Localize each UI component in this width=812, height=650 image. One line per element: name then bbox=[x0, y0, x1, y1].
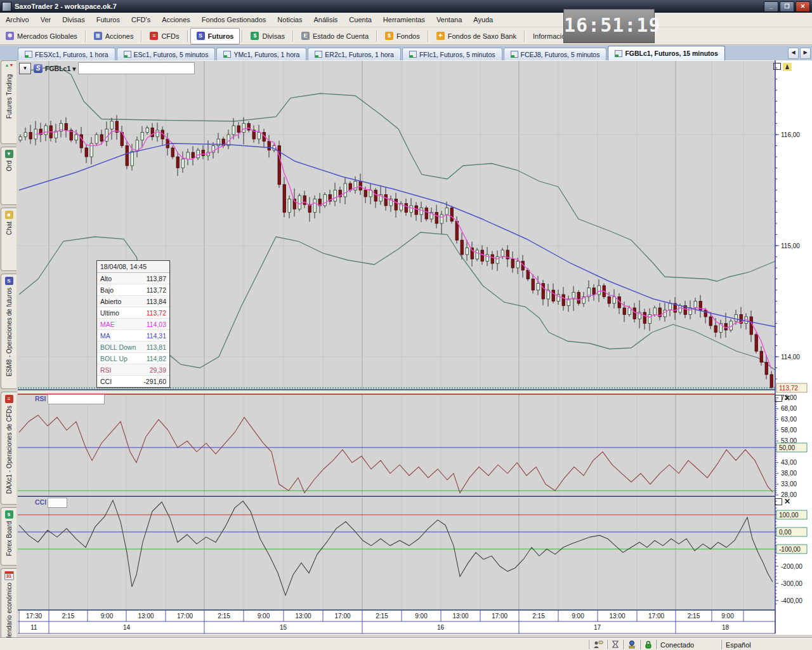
toolbar-button-fondos[interactable]: $Fondos bbox=[379, 29, 426, 44]
toolbar-button-acciones[interactable]: ≣Acciones bbox=[88, 29, 140, 44]
chart-window-icon bbox=[615, 50, 622, 57]
svg-text:-200,00: -200,00 bbox=[781, 563, 802, 570]
toolbar-separator bbox=[524, 30, 525, 42]
menu-item-ver[interactable]: Ver bbox=[35, 14, 57, 25]
toolbar-button-mercados-globales[interactable]: ✱Mercados Globales bbox=[0, 29, 83, 44]
svg-text:13:00: 13:00 bbox=[295, 613, 311, 620]
chart-area: 116,00115,00114,00113,7273,0068,0063,005… bbox=[18, 60, 812, 635]
menu-item-noticias[interactable]: Noticias bbox=[272, 14, 308, 25]
calendar-icon: 31 bbox=[4, 571, 14, 580]
toolbar-button-divisas[interactable]: $Divisas bbox=[245, 29, 290, 44]
cci-close-icon[interactable]: ✕ bbox=[784, 498, 792, 505]
saxo-s-icon: S bbox=[197, 32, 205, 40]
rsi-input[interactable] bbox=[48, 394, 105, 404]
chart-symbol-label[interactable]: FGBLc1 ▾ bbox=[45, 65, 75, 72]
menu-item-an-lisis[interactable]: Análisis bbox=[308, 14, 343, 25]
svg-text:17:00: 17:00 bbox=[177, 613, 193, 620]
tab-scroll-left-icon[interactable]: ◀ bbox=[788, 48, 799, 59]
cfd-icon: ≡ bbox=[150, 32, 158, 40]
tab-fcej8[interactable]: FCEJ8, Futuros, 5 minutos bbox=[504, 48, 607, 60]
menu-item-cuenta[interactable]: Cuenta bbox=[343, 14, 377, 25]
svg-text:9:00: 9:00 bbox=[101, 613, 114, 620]
sidebar-tab-forex-board[interactable]: $Forex Board bbox=[1, 507, 16, 566]
menu-item-futuros[interactable]: Futuros bbox=[91, 14, 126, 25]
svg-text:0,00: 0,00 bbox=[779, 529, 792, 536]
toolbar-button-futuros[interactable]: SFuturos bbox=[190, 28, 240, 44]
saxo-s-icon: S bbox=[5, 277, 13, 285]
minimize-button[interactable]: _ bbox=[764, 1, 778, 12]
orders-icon: ▼ bbox=[5, 150, 13, 158]
svg-text:50,00: 50,00 bbox=[779, 444, 795, 451]
tab-esc1[interactable]: ESc1, Futuros, 5 minutos bbox=[117, 48, 216, 60]
sidebar-tab-daxc1-operaciones-de-cfds[interactable]: ≡DAXc1 - Operaciones de CFDs bbox=[1, 392, 16, 505]
tab-er2c1[interactable]: ER2c1, Futuros, 1 hora bbox=[308, 48, 401, 60]
window-title: SaxoTrader 2 - workspace.ok.7 bbox=[15, 3, 117, 10]
toolbar-button-cfds[interactable]: ≡CFDs bbox=[144, 29, 185, 44]
tab-ymc1[interactable]: YMc1, Futuros, 1 hora bbox=[216, 48, 306, 60]
svg-text:116,00: 116,00 bbox=[781, 131, 800, 138]
sidebar-tab-esm8-operaciones-de-futuros[interactable]: SESM8 - Operaciones de futuros bbox=[1, 274, 16, 389]
tab-ffic1[interactable]: FFIc1, Futuros, 5 minutos bbox=[402, 48, 502, 60]
tooltip-row-ma: MA114,31 bbox=[97, 330, 169, 342]
tab-scroll-right-icon[interactable]: ▶ bbox=[800, 48, 811, 59]
menu-item-acciones[interactable]: Acciones bbox=[156, 14, 196, 25]
app-icon bbox=[2, 2, 11, 11]
rsi-close-icon[interactable]: ✕ bbox=[784, 395, 792, 402]
tooltip-row-bajo: Bajo113,72 bbox=[97, 284, 169, 296]
ohlc-tooltip: 18/04/08, 14:45 Alto113,87Bajo113,72Abie… bbox=[96, 260, 170, 388]
menu-item-herramientas[interactable]: Herramientas bbox=[377, 14, 431, 25]
svg-text:2:15: 2:15 bbox=[376, 613, 388, 620]
left-sidebar: ▲▼Futures Trading▼Ord☻ChatSESM8 - Operac… bbox=[0, 60, 18, 635]
chart-restore-icon[interactable] bbox=[773, 63, 781, 70]
menu-item-fondos-gestionados[interactable]: Fondos Gestionados bbox=[196, 14, 272, 25]
svg-text:113,72: 113,72 bbox=[779, 385, 798, 392]
chart-tab-bar: FESXc1, Futuros, 1 horaESc1, Futuros, 5 … bbox=[0, 46, 812, 60]
chart-tool-icon[interactable] bbox=[783, 63, 792, 71]
menu-bar: ArchivoVerDivisasFuturosCFD'sAccionesFon… bbox=[0, 13, 812, 27]
toolbar-button-fondos-de-saxo-bank[interactable]: ✦Fondos de Saxo Bank bbox=[431, 29, 522, 44]
close-button[interactable]: ✕ bbox=[796, 1, 810, 12]
chart-dropdown-button[interactable]: ▼ bbox=[19, 63, 31, 74]
tab-fgblc1[interactable]: FGBLc1, Futuros, 15 minutos bbox=[608, 46, 724, 60]
network-icon bbox=[623, 640, 640, 649]
svg-text:13:00: 13:00 bbox=[452, 613, 468, 620]
svg-text:17:00: 17:00 bbox=[648, 613, 664, 620]
sidebar-tab-chat[interactable]: ☻Chat bbox=[1, 208, 16, 271]
account-icon: E bbox=[301, 32, 310, 40]
sidebar-tab-futures-trading[interactable]: ▲▼Futures Trading bbox=[1, 60, 16, 144]
language-selector[interactable]: Español bbox=[721, 640, 812, 649]
title-bar: SaxoTrader 2 - workspace.ok.7 _ ❐ ✕ bbox=[0, 0, 812, 13]
svg-text:43,00: 43,00 bbox=[781, 459, 797, 466]
svg-text:9:00: 9:00 bbox=[415, 613, 428, 620]
sidebar-tab-ord[interactable]: ▼Ord bbox=[1, 147, 16, 205]
users-icon bbox=[589, 640, 607, 649]
lock-icon bbox=[640, 640, 656, 649]
menu-item-divisas[interactable]: Divisas bbox=[56, 14, 90, 25]
tab-fesxc1[interactable]: FESXc1, Futuros, 1 hora bbox=[18, 48, 115, 60]
funds-icon: $ bbox=[385, 32, 393, 40]
chart-symbol-input[interactable] bbox=[78, 62, 195, 74]
chat-icon: ☻ bbox=[5, 211, 13, 219]
rsi-panel-label: RSI bbox=[35, 395, 46, 402]
cfd-icon: ≡ bbox=[5, 395, 13, 403]
cci-input[interactable] bbox=[48, 498, 67, 508]
toolbar-separator bbox=[292, 30, 294, 42]
maximize-button[interactable]: ❐ bbox=[780, 1, 794, 12]
cci-restore-icon[interactable] bbox=[775, 498, 782, 505]
menu-item-ventana[interactable]: Ventana bbox=[431, 14, 468, 25]
menu-item-archivo[interactable]: Archivo bbox=[0, 14, 35, 25]
svg-text:2:15: 2:15 bbox=[532, 613, 545, 620]
svg-text:13:00: 13:00 bbox=[138, 613, 154, 620]
svg-text:18: 18 bbox=[722, 624, 730, 631]
menu-item-ayuda[interactable]: Ayuda bbox=[468, 14, 499, 25]
toolbar-button-estado-de-cuenta[interactable]: EEstado de Cuenta bbox=[296, 29, 374, 44]
toolbar: ✱Mercados Globales≣Acciones≡CFDsSFuturos… bbox=[0, 27, 812, 45]
svg-text:9:00: 9:00 bbox=[258, 613, 270, 620]
menu-item-cfd-s[interactable]: CFD's bbox=[126, 14, 156, 25]
tooltip-row-rsi: RSI29,39 bbox=[97, 364, 169, 376]
fx-icon: $ bbox=[5, 510, 13, 519]
stocks-icon: ≣ bbox=[94, 32, 102, 40]
rsi-restore-icon[interactable] bbox=[775, 395, 782, 402]
tooltip-row-mae: MAE114,03 bbox=[97, 319, 169, 330]
svg-text:2:15: 2:15 bbox=[688, 613, 700, 620]
